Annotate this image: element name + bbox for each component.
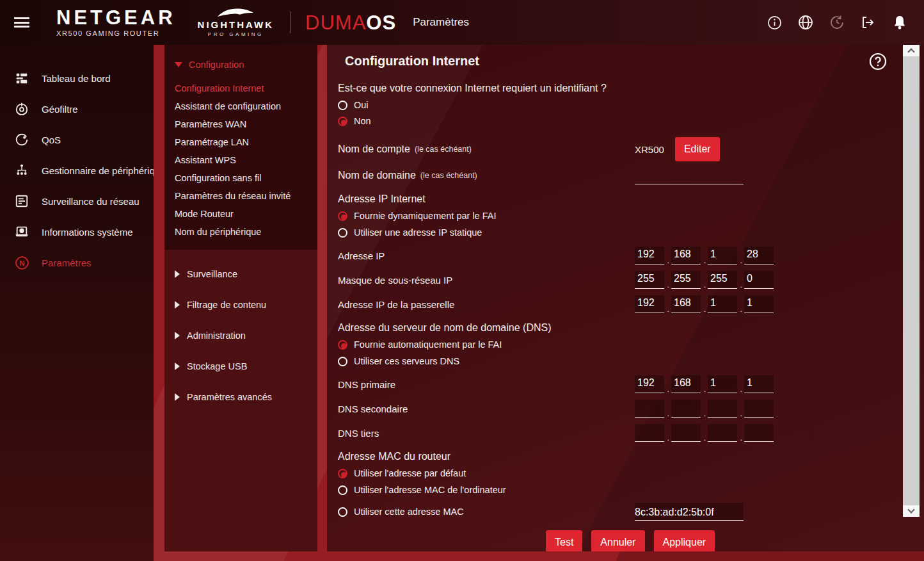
info-icon[interactable] (767, 15, 782, 30)
sidebar-item-geofilter[interactable]: Géofiltre (0, 94, 154, 124)
octet-input[interactable] (671, 400, 701, 418)
brand-subtitle: XR500 GAMING ROUTER (56, 30, 176, 37)
nav-group-administration[interactable]: Administration (164, 320, 317, 351)
nav-item-reseau-invite[interactable]: Paramètres du réseau invité (164, 187, 317, 205)
bell-icon[interactable] (892, 15, 907, 30)
radio-ip-static[interactable]: Utiliser une adresse IP statique (338, 225, 898, 240)
octet-input[interactable]: 168 (671, 247, 701, 264)
content-panel: Configuration Internet Est-ce que votre … (327, 45, 924, 551)
help-icon[interactable] (869, 53, 887, 70)
nav-group-header-configuration[interactable]: Configuration (164, 55, 317, 74)
field-label: DNS primaire (338, 379, 395, 390)
mac-address-input[interactable]: 8c:3b:ad:d2:5b:0f (635, 503, 744, 521)
radio-option-non[interactable]: Non (338, 114, 898, 128)
nav-item-configuration-internet[interactable]: Configuration Internet (164, 79, 317, 97)
chevron-up-icon (907, 48, 914, 55)
logout-icon[interactable] (861, 15, 876, 30)
nav-item-configuration-sans-fil[interactable]: Configuration sans fil (164, 169, 317, 187)
nav-item-assistant-configuration[interactable]: Assistant de configuration (164, 97, 317, 115)
radio-icon (338, 485, 347, 495)
globe-icon[interactable] (798, 15, 813, 30)
radio-icon (338, 101, 347, 110)
octet-input[interactable] (744, 400, 774, 418)
octet-input[interactable]: 1 (744, 375, 774, 393)
radio-option-oui[interactable]: Oui (338, 98, 898, 112)
octet-input[interactable]: 1 (708, 375, 737, 393)
radio-dns-custom[interactable]: Utiliser ces serveurs DNS (338, 354, 898, 368)
apply-button[interactable]: Appliquer (654, 530, 715, 551)
radio-mac-custom-row[interactable]: Utiliser cette adresse MAC 8c:3b:ad:d2:5… (338, 500, 898, 524)
sidebar-item-system-info[interactable]: i Informations système (0, 216, 154, 247)
nav-children: Configuration Internet Assistant de conf… (164, 79, 317, 241)
sidebar-item-qos[interactable]: QoS (0, 124, 154, 155)
scroll-down-button[interactable] (903, 505, 920, 517)
octet-input[interactable] (635, 424, 664, 442)
octet-input[interactable]: 255 (635, 271, 664, 289)
octet-input[interactable]: 1 (744, 295, 774, 313)
nighthawk-subtitle: PRO GAMING (208, 32, 264, 37)
test-button[interactable]: Test (546, 530, 582, 551)
field-label: Adresse IP de la passerelle (338, 299, 454, 310)
sidebar-item-device-manager[interactable]: Gestionnaire de périphérique (0, 155, 154, 186)
octet-input[interactable]: 192 (635, 247, 664, 264)
octet-input[interactable]: 255 (708, 271, 737, 289)
nav-group-parametres-avances[interactable]: Paramètres avancés (164, 382, 317, 412)
account-row: Nom de compte (le cas échéant) XR500 Edi… (338, 137, 898, 161)
dashboard-icon (14, 70, 29, 86)
domain-input[interactable] (635, 167, 744, 184)
octet-input[interactable]: 28 (744, 247, 774, 264)
gateway-row: Adresse IP de la passerelle 192 168 1 1 (338, 292, 898, 316)
radio-ip-dynamic[interactable]: Fournie dynamiquement par le FAI (338, 209, 898, 223)
header-divider (291, 12, 291, 33)
sidebar-item-dashboard[interactable]: Tableau de bord (0, 63, 154, 94)
octet-input[interactable] (635, 400, 664, 418)
octet-input[interactable]: 0 (744, 271, 774, 289)
chevron-right-icon (175, 301, 180, 309)
refresh-icon[interactable] (829, 15, 845, 30)
scroll-up-button[interactable] (903, 45, 920, 56)
brand-name: NETGEAR (56, 8, 176, 28)
edit-button[interactable]: Editer (675, 137, 720, 161)
octet-input[interactable] (671, 424, 701, 442)
ip-section-title: Adresse IP Internet (338, 193, 898, 205)
octet-input[interactable] (708, 424, 737, 442)
nav-item-parametres-wan[interactable]: Paramètres WAN (164, 115, 317, 133)
octet-input[interactable]: 168 (671, 295, 701, 313)
nav-item-assistant-wps[interactable]: Assistant WPS (164, 151, 317, 169)
sidebar-item-network-monitor[interactable]: Surveillance du réseau (0, 186, 154, 216)
hamburger-icon[interactable] (14, 17, 29, 28)
dns-primary-row: DNS primaire 192 168 1 1 (338, 372, 898, 396)
radio-mac-computer[interactable]: Utiliser l'adresse MAC de l'ordinateur (338, 483, 898, 497)
device-manager-icon (14, 163, 29, 178)
dns-section-title: Adresse du serveur de nom de domaine (DN… (338, 322, 898, 334)
sidebar-item-label: Gestionnaire de périphérique (42, 165, 154, 176)
nav-group-label: Filtrage de contenu (187, 300, 266, 310)
vertical-scrollbar[interactable] (903, 45, 920, 517)
nav-group-filtrage[interactable]: Filtrage de contenu (164, 289, 317, 320)
nav-group-surveillance[interactable]: Surveillance (164, 259, 317, 289)
octet-group: 192 168 1 1 (635, 372, 781, 396)
cancel-button[interactable]: Annuler (591, 530, 644, 551)
radio-label: Non (354, 116, 371, 126)
octet-input[interactable]: 255 (671, 271, 701, 289)
nav-group-configuration: Configuration Configuration Internet Ass… (164, 45, 317, 250)
octet-input[interactable]: 192 (635, 375, 664, 393)
radio-dns-auto[interactable]: Fournie automatiquement par le FAI (338, 337, 898, 352)
octet-input[interactable] (744, 424, 774, 442)
radio-mac-default[interactable]: Utiliser l'adresse par défaut (338, 466, 898, 480)
octet-input[interactable] (708, 400, 737, 418)
octet-input[interactable]: 1 (708, 247, 737, 264)
page-title: Configuration Internet (345, 54, 898, 69)
settings-nav: Configuration Configuration Internet Ass… (164, 45, 317, 551)
octet-input[interactable]: 192 (635, 295, 664, 313)
nav-item-nom-peripherique[interactable]: Nom du périphérique (164, 223, 317, 241)
scrollbar-thumb[interactable] (903, 56, 920, 505)
os-text: OS (366, 13, 396, 33)
sidebar-item-settings[interactable]: N Paramètres (0, 247, 154, 278)
octet-input[interactable]: 168 (671, 375, 701, 393)
nav-group-stockage-usb[interactable]: Stockage USB (164, 351, 317, 382)
octet-input[interactable]: 1 (708, 295, 737, 313)
nav-item-parametrage-lan[interactable]: Paramétrage LAN (164, 133, 317, 151)
chevron-down-icon (907, 506, 914, 513)
nav-item-mode-routeur[interactable]: Mode Routeur (164, 205, 317, 223)
